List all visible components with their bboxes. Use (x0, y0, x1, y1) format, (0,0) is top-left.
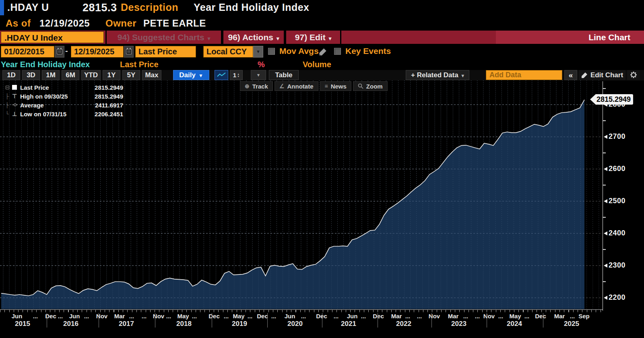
tick-arrow-icon (604, 264, 607, 268)
x-axis-month-label: Dec (208, 313, 220, 319)
currency-select[interactable]: Local CCY (203, 46, 253, 58)
x-axis-month-label: ... (33, 313, 38, 319)
high-marker-icon: ⊤ (12, 93, 17, 99)
x-axis-year-separator (212, 313, 212, 328)
pencil-icon[interactable] (319, 48, 327, 56)
chart-tools-bar: ⊕ Track ∠ Annotate ≡ News Zoom (240, 81, 388, 91)
start-date-input[interactable]: 01/02/2015 (1, 46, 54, 58)
y-axis-label-2500: 2500 (604, 197, 625, 205)
x-axis-month-label: Dec (316, 313, 327, 319)
y-axis-tick-text: 2700 (609, 132, 625, 141)
x-axis-month-label: ... (417, 313, 422, 319)
frequency-dropdown[interactable]: Daily▼ (173, 70, 209, 80)
y-axis-minor-tick (603, 217, 606, 218)
chevron-down-icon: ▼ (198, 73, 203, 78)
chart-type-dropdown-button[interactable]: ▾ (251, 70, 266, 80)
settings-button[interactable] (627, 70, 640, 80)
news-button[interactable]: ≡ News (320, 81, 351, 91)
period-tab-3d[interactable]: 3D (22, 70, 40, 80)
bar-chart-type-button[interactable]: 1 ▲ ▼ (230, 70, 243, 80)
period-tab-ytd[interactable]: YTD (81, 70, 101, 80)
x-axis-month-label: Nov (429, 313, 440, 319)
zoom-button[interactable]: Zoom (353, 81, 388, 91)
end-date-input[interactable]: 12/19/2025 (71, 46, 124, 58)
x-axis-year-label: 2018 (176, 320, 192, 328)
end-date-calendar-button[interactable] (124, 46, 134, 58)
security-input[interactable]: .HDAY U Index (1, 31, 104, 43)
start-date-calendar-button[interactable] (55, 46, 64, 58)
x-axis-year-label: 2020 (287, 320, 303, 328)
x-axis-month-label: May (177, 313, 189, 319)
period-tab-1d[interactable]: 1D (2, 70, 20, 80)
period-tab-5y[interactable]: 5Y (122, 70, 140, 80)
x-axis-year-separator (99, 313, 99, 328)
period-tab-1m[interactable]: 1M (42, 70, 60, 80)
chart-type-indicator: Line Chart (496, 31, 644, 44)
related-data-button[interactable]: + Related Data▾ (406, 70, 469, 80)
crosshair-icon: ⊕ (245, 83, 250, 89)
menu-bar: .HDAY U Index 94) Suggested Charts▾ 96) … (0, 31, 644, 44)
legend-row-low: └ ⊥ Low on 07/31/15 2206.2451 (6, 109, 123, 118)
key-events-checkbox[interactable] (334, 48, 341, 55)
line-chart-icon (217, 72, 226, 78)
x-axis-year-label: 2025 (564, 320, 579, 328)
tree-branch-icon: └ (6, 111, 12, 117)
edit-chart-label: Edit Chart (590, 70, 623, 80)
legend-row-average: ├ Average 2411.6917 (6, 101, 123, 109)
low-marker-icon: ⊥ (12, 111, 17, 117)
x-axis-month-label: Nov (96, 313, 107, 319)
chevron-down-icon: ▾ (462, 73, 464, 78)
period-tab-1y[interactable]: 1Y (103, 70, 120, 80)
add-data-input[interactable] (486, 70, 562, 80)
legend-value: 2815.2949 (95, 93, 123, 100)
x-axis-month-label: Dec (535, 313, 546, 319)
percent-label: % (258, 60, 265, 69)
security-description: Year End Holiday Index (194, 2, 309, 13)
y-axis-tick-text: 2200 (609, 293, 625, 302)
x-axis-month-label: ... (405, 313, 411, 319)
x-axis-month-label: Mar (114, 313, 125, 319)
x-axis-year-label: 2023 (451, 320, 466, 328)
x-axis-year-separator (267, 313, 268, 328)
x-axis-month-label: ... (129, 313, 134, 319)
y-axis-tick-text: 2500 (609, 197, 625, 205)
suggested-charts-button[interactable]: 94) Suggested Charts▾ (105, 31, 222, 44)
line-chart-type-button[interactable] (215, 70, 228, 80)
owner-name: PETE EARLE (143, 18, 206, 29)
actions-button[interactable]: 96) Actions▾ (222, 31, 285, 44)
tick-arrow-icon (604, 135, 607, 139)
y-axis-label-2400: 2400 (604, 229, 625, 237)
x-axis-month-label: Nov (483, 313, 495, 319)
period-tab-max[interactable]: Max (142, 70, 161, 80)
x-axis-year-separator (431, 313, 432, 328)
x-axis-year-label: 2016 (63, 320, 78, 328)
tree-branch-icon: ├ (6, 102, 12, 108)
x-axis-month-label: Mar (448, 313, 459, 319)
track-button[interactable]: ⊕ Track (240, 81, 273, 91)
tree-expand-icon[interactable] (6, 84, 12, 91)
x-axis-month-label: ... (224, 313, 229, 319)
x-axis-month-label: ... (463, 313, 469, 319)
legend-value: 2206.2451 (95, 111, 123, 117)
edit-label: 97) Edit (295, 33, 326, 42)
table-button[interactable]: Table (269, 70, 299, 80)
annotate-icon: ∠ (279, 83, 285, 89)
suggested-charts-label: 94) Suggested Charts (118, 33, 204, 42)
currency-dropdown-button[interactable]: ▼ (253, 46, 263, 58)
annotate-button[interactable]: ∠ Annotate (275, 81, 318, 91)
key-events-label: Key Events (345, 46, 391, 56)
period-tab-6m[interactable]: 6M (62, 70, 79, 80)
field-select[interactable]: Last Price (135, 46, 196, 58)
edit-button[interactable]: 97) Edit▾ (285, 31, 341, 44)
collapse-panel-button[interactable]: « (564, 70, 577, 80)
edit-chart-button[interactable]: Edit Chart (579, 70, 625, 80)
x-axis-month-label: ... (58, 313, 63, 319)
mov-avgs-checkbox[interactable] (268, 48, 275, 55)
legend-row-high: ├ ⊤ High on 09/30/25 2815.2949 (6, 92, 123, 101)
bloomberg-terminal-window: .HDAY U 2815.3 Description Year End Holi… (0, 0, 644, 338)
x-axis-year-separator (487, 313, 487, 328)
x-axis-month-label: ... (475, 313, 480, 319)
x-axis-month-label: ... (192, 313, 197, 319)
x-axis-month-label: Mar (391, 313, 402, 319)
arrow-down-icon: ▼ (237, 75, 239, 78)
